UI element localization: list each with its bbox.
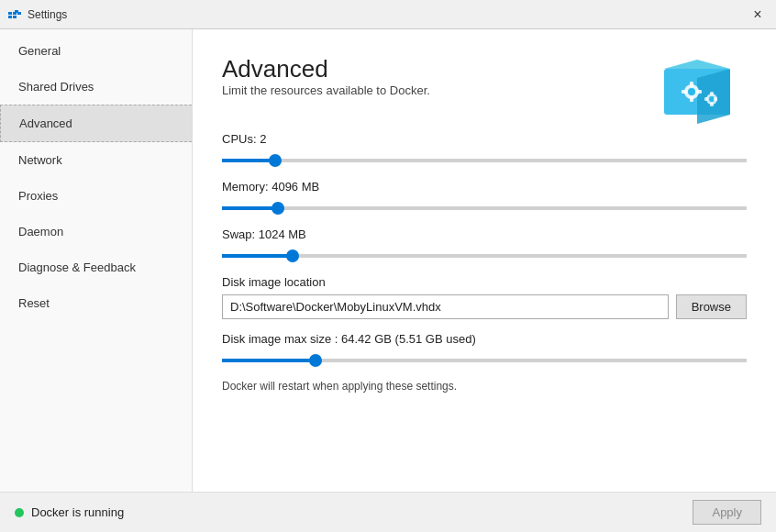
svg-rect-0: [8, 12, 12, 15]
svg-rect-5: [15, 10, 18, 13]
sidebar-item-diagnose-feedback[interactable]: Diagnose & Feedback: [0, 249, 192, 285]
svg-rect-11: [690, 82, 693, 87]
sidebar-item-advanced[interactable]: Advanced: [0, 105, 192, 142]
cpus-label: CPUs: 2: [222, 132, 747, 146]
memory-setting: Memory: 4096 MB: [222, 180, 747, 213]
memory-label: Memory: 4096 MB: [222, 180, 747, 194]
svg-rect-12: [690, 96, 693, 102]
sidebar: General Shared Drives Advanced Network P…: [0, 29, 193, 492]
disk-size-label: Disk image max size : 64.42 GB (5.51 GB …: [222, 332, 747, 346]
disk-location-label: Disk image location: [222, 275, 747, 289]
sidebar-item-reset[interactable]: Reset: [0, 285, 192, 321]
disk-size-slider[interactable]: [222, 359, 747, 362]
sidebar-item-network[interactable]: Network: [0, 142, 192, 178]
sidebar-item-shared-drives[interactable]: Shared Drives: [0, 69, 192, 105]
swap-label: Swap: 1024 MB: [222, 227, 747, 241]
apply-button[interactable]: Apply: [693, 500, 761, 525]
main-content: General Shared Drives Advanced Network P…: [0, 29, 776, 492]
svg-rect-3: [8, 16, 12, 18]
swap-setting: Swap: 1024 MB: [222, 227, 747, 260]
content-area: Advanced Limit the resources available t…: [193, 29, 776, 492]
disk-path-input[interactable]: [222, 294, 669, 319]
app-icon: [7, 7, 22, 22]
cpus-slider[interactable]: [222, 159, 747, 162]
disk-location-setting: Disk image location Browse: [222, 275, 747, 319]
swap-slider[interactable]: [222, 254, 747, 258]
page-title: Advanced: [222, 55, 430, 83]
restart-note: Docker will restart when applying these …: [222, 380, 747, 393]
cpus-setting: CPUs: 2: [222, 132, 747, 165]
memory-slider-container: [222, 199, 747, 213]
footer: Docker is running Apply: [0, 492, 776, 532]
window-title: Settings: [28, 8, 747, 21]
svg-marker-7: [664, 60, 730, 69]
svg-rect-19: [704, 97, 708, 101]
svg-rect-20: [714, 97, 717, 101]
header-text: Advanced Limit the resources available t…: [222, 55, 430, 116]
status-text: Docker is running: [31, 505, 693, 519]
svg-point-10: [688, 88, 695, 95]
svg-rect-14: [696, 90, 702, 94]
page-header: Advanced Limit the resources available t…: [222, 55, 747, 128]
svg-rect-13: [682, 90, 687, 94]
sidebar-item-daemon[interactable]: Daemon: [0, 214, 192, 249]
disk-location-input-row: Browse: [222, 294, 747, 319]
disk-size-slider-container: [222, 351, 747, 365]
close-button[interactable]: ×: [747, 4, 769, 26]
svg-rect-17: [710, 92, 714, 95]
cpus-slider-container: [222, 151, 747, 165]
swap-slider-container: [222, 247, 747, 260]
svg-rect-4: [13, 16, 17, 18]
memory-slider[interactable]: [222, 206, 747, 210]
browse-button[interactable]: Browse: [676, 294, 747, 319]
sidebar-item-general[interactable]: General: [0, 33, 192, 69]
svg-rect-18: [710, 103, 714, 106]
title-bar: Settings ×: [0, 0, 776, 29]
status-dot: [15, 508, 24, 517]
sidebar-item-proxies[interactable]: Proxies: [0, 178, 192, 214]
docker-icon: [655, 55, 747, 128]
disk-size-setting: Disk image max size : 64.42 GB (5.51 GB …: [222, 332, 747, 365]
page-subtitle: Limit the resources available to Docker.: [222, 83, 430, 97]
